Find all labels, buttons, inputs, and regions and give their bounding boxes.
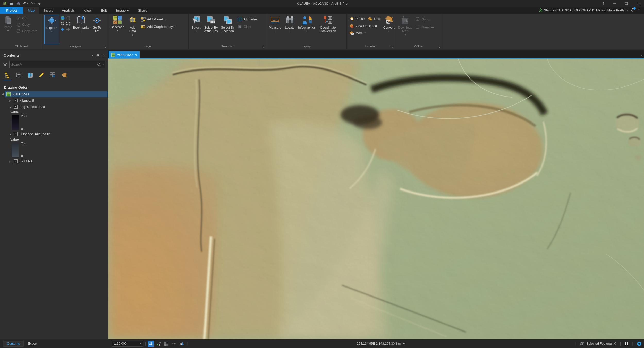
layer-checkbox[interactable]: ✓ (14, 132, 18, 136)
snapping-toggle-button[interactable] (171, 341, 177, 347)
account-menu[interactable]: Staridas (STARIDAS GEOGRAPHY Making Maps… (539, 8, 629, 12)
add-graphics-layer-button[interactable]: Add Graphics Layer (140, 23, 176, 30)
filter-icon[interactable] (3, 62, 7, 66)
select-by-attributes-button[interactable]: Select By Attributes (203, 15, 219, 44)
map-layer-row[interactable]: VOLCANO (5, 91, 107, 97)
layer-expander-icon[interactable]: ▷ (9, 160, 12, 163)
tab-insert[interactable]: Insert (39, 7, 57, 14)
layer-expander-icon[interactable]: ▷ (9, 99, 12, 102)
layer-row-kilauea[interactable]: ▷ ✓ Kilauea.tif (0, 97, 108, 103)
layer-expander-icon[interactable]: ◢ (9, 105, 12, 108)
maximize-button[interactable] (620, 0, 632, 7)
north-arrow-button[interactable]: N (179, 341, 185, 347)
clear-button[interactable]: Clear (236, 23, 258, 30)
tab-imagery[interactable]: Imagery (112, 7, 133, 14)
tab-edit[interactable]: Edit (96, 7, 111, 14)
layer-row-edgedetection[interactable]: ◢ ✓ EdgeDetection.tif (0, 103, 108, 110)
search-icon[interactable] (97, 63, 101, 66)
bottom-tab-contents[interactable]: Contents (3, 341, 24, 347)
more-labeling-button[interactable]: More ▾ (348, 30, 382, 36)
map-expander-icon[interactable]: ◢ (0, 93, 5, 95)
offline-launcher-icon[interactable] (437, 45, 440, 48)
next-extent-icon[interactable] (66, 27, 71, 32)
bottom-tab-export[interactable]: Export (24, 341, 41, 346)
sketch-button[interactable] (156, 341, 162, 347)
bookmarks-button[interactable]: Bookmarks ▾ (72, 15, 90, 44)
drawing-status-icon[interactable] (637, 342, 641, 346)
tab-view[interactable]: View (79, 7, 96, 14)
layer-row-extent[interactable]: ▷ ✓ EXTENT (0, 158, 108, 164)
map-scale-select[interactable]: 1:10,000 ▾ (112, 341, 143, 347)
list-by-labeling-button[interactable] (60, 72, 68, 80)
select-by-location-button[interactable]: Select By Location (220, 15, 235, 44)
layer-expander-icon[interactable]: ◢ (9, 133, 12, 135)
infographics-button[interactable]: Infographics ▾ (297, 15, 317, 44)
minimize-button[interactable] (608, 0, 620, 7)
copy-button[interactable]: Copy (15, 21, 38, 28)
selection-zoom-icon[interactable] (580, 342, 584, 346)
list-by-selection-button[interactable] (26, 72, 34, 80)
list-by-snapping-button[interactable] (49, 72, 57, 80)
open-project-button[interactable] (9, 1, 14, 6)
measure-button[interactable]: Measure ▾ (268, 15, 283, 44)
search-caret-icon[interactable]: ▾ (102, 63, 104, 66)
labeling-launcher-icon[interactable] (391, 45, 394, 48)
layer-checkbox[interactable]: ✓ (14, 159, 18, 163)
help-button[interactable]: ? (598, 0, 608, 7)
attributes-button[interactable]: Attributes (236, 16, 258, 22)
paste-button[interactable]: Paste ▾ (2, 15, 14, 44)
pause-labeling-button[interactable]: Pause (348, 15, 366, 22)
close-button[interactable] (632, 0, 644, 7)
collapse-ribbon-button[interactable]: ⌃ (638, 8, 640, 12)
locate-button[interactable]: Locate ▾ (284, 15, 296, 44)
search-input[interactable] (11, 63, 97, 66)
map-canvas[interactable] (108, 58, 644, 339)
basemap-button[interactable]: Basemap ▾ (109, 15, 125, 44)
redo-button[interactable]: ↷ ▾ (30, 1, 36, 6)
list-by-editing-button[interactable] (38, 72, 45, 80)
view-tab-list-caret-icon[interactable]: ▾ (641, 54, 642, 57)
layer-row-hillshade[interactable]: ◢ ✓ Hillshade_Kilauea.tif (0, 131, 108, 137)
fixed-zoom-out-icon[interactable] (66, 21, 71, 27)
coordinate-conversion-button[interactable]: Coordinate Conversion (318, 15, 338, 44)
list-by-data-source-button[interactable] (15, 72, 23, 80)
add-preset-button[interactable]: Add Preset ▾ (140, 16, 176, 22)
tab-share[interactable]: Share (133, 7, 152, 14)
download-map-button[interactable]: Download Map ▾ (397, 15, 414, 44)
fixed-zoom-in-icon[interactable] (60, 21, 65, 27)
selection-launcher-icon[interactable] (261, 45, 265, 48)
layer-checkbox[interactable]: ✓ (14, 99, 18, 102)
previous-extent-icon[interactable] (60, 27, 65, 32)
undo-button[interactable]: ↶ ▾ (22, 1, 29, 6)
navigate-launcher-icon[interactable] (103, 45, 106, 48)
full-extent-icon[interactable] (60, 16, 65, 21)
view-tab-volcano[interactable]: VOLCANO ✕ (109, 51, 140, 58)
pane-menu-caret-icon[interactable]: ▾ (92, 54, 93, 57)
view-tab-close-icon[interactable]: ✕ (134, 53, 137, 57)
view-unplaced-button[interactable]: View Unplaced (348, 23, 382, 29)
list-by-drawing-order-button[interactable] (4, 72, 11, 80)
customize-quick-access-button[interactable] (37, 2, 42, 6)
tab-analysis[interactable]: Analysis (57, 7, 79, 14)
convert-labels-button[interactable]: A Convert ▾ (383, 15, 395, 44)
coordinate-readout[interactable]: 264,134.95E 2,148,194.30N m (189, 342, 573, 345)
tab-project[interactable]: Project (0, 7, 23, 14)
zoom-to-selection-icon[interactable] (66, 16, 71, 21)
close-pane-icon[interactable] (103, 54, 105, 57)
explore-button[interactable]: Explore ▾ (44, 15, 59, 44)
go-to-xy-button[interactable]: Go To XY (91, 15, 103, 44)
notifications-button[interactable] (631, 8, 635, 13)
select-button[interactable]: Select ▾ (190, 15, 202, 44)
tab-map[interactable]: Map (23, 7, 39, 14)
cut-button[interactable]: Cut (15, 15, 38, 21)
lock-labels-button[interactable]: Lock (367, 15, 382, 22)
remove-button[interactable]: Remove (415, 24, 435, 30)
layer-checkbox[interactable]: ✓ (14, 105, 18, 109)
save-project-button[interactable] (15, 1, 21, 6)
pin-icon[interactable] (96, 54, 99, 57)
layout-grid-button[interactable] (148, 341, 154, 347)
copy-path-button[interactable]: Copy Path (15, 28, 38, 34)
add-data-button[interactable]: Add Data ▾ (126, 15, 139, 44)
grid-button[interactable] (163, 341, 170, 347)
pause-drawing-button[interactable] (625, 342, 628, 345)
